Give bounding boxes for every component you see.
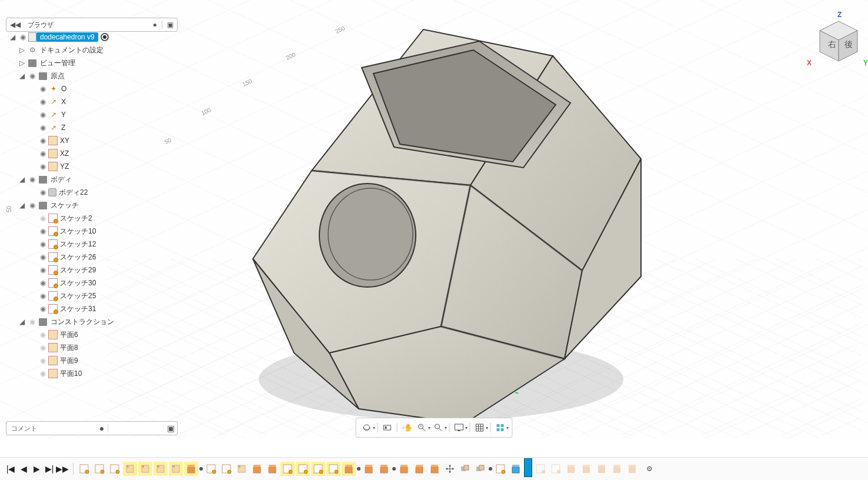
timeline-first-button[interactable]: |◀ [5, 463, 16, 475]
timeline-feature-sketch-d[interactable] [533, 462, 547, 476]
timeline-feature-sketch[interactable] [108, 462, 122, 476]
viewcube[interactable]: 右 後 Z X Y [815, 18, 862, 71]
tree-sketch-item[interactable]: ◉スケッチ12 [6, 238, 182, 251]
timeline-feature-extrude[interactable] [342, 462, 356, 476]
lookat-button[interactable] [380, 421, 395, 434]
browser-panel-header[interactable]: ◀◀ ブラウザ ● ▣ [6, 18, 178, 32]
viewport-layout-button[interactable] [493, 421, 508, 434]
tree-construction-group[interactable]: ◢ ◉ コンストラクション [6, 315, 182, 328]
expand-arrow-icon[interactable]: ◢ [16, 174, 27, 185]
browser-collapse-button[interactable]: ◀◀ [6, 21, 24, 29]
browser-pin-button[interactable]: ● [149, 21, 161, 29]
visibility-toggle-icon[interactable]: ◉ [38, 239, 48, 249]
timeline-feature-extrude-d[interactable] [625, 462, 639, 476]
timeline-feature-extrude[interactable] [250, 462, 264, 476]
timeline-feature-sketch[interactable] [311, 462, 325, 476]
timeline-feature-extrude[interactable] [184, 462, 198, 476]
visibility-toggle-icon[interactable]: ◉ [38, 291, 48, 301]
expand-arrow-icon[interactable]: ▷ [16, 45, 27, 55]
tree-view-mgmt[interactable]: ▷ ビュー管理 [6, 56, 182, 69]
timeline-prev-button[interactable]: ◀ [18, 463, 29, 475]
timeline-settings-button[interactable]: ⚙ [644, 464, 655, 474]
visibility-toggle-icon[interactable]: ◉ [38, 96, 48, 107]
visibility-toggle-icon[interactable]: ◉ [38, 122, 48, 133]
timeline-feature-sketch[interactable] [296, 462, 310, 476]
timeline-feature-extrude[interactable] [397, 462, 411, 476]
tree-construction-item[interactable]: ◉平面9 [6, 354, 182, 367]
visibility-toggle-icon[interactable]: ◉ [38, 213, 48, 224]
timeline-play-button[interactable]: ▶ [31, 463, 42, 475]
visibility-toggle-icon[interactable]: ◉ [38, 252, 48, 262]
visibility-toggle-icon[interactable]: ◉ [38, 226, 48, 236]
timeline-feature-extrude[interactable] [377, 462, 391, 476]
timeline-feature-extrude-blue[interactable] [509, 462, 523, 476]
tree-root[interactable]: ◢ ◉ dodecahedron v9 [6, 31, 182, 44]
expand-arrow-icon[interactable]: ▷ [16, 58, 27, 68]
visibility-toggle-icon[interactable]: ◉ [38, 109, 48, 120]
expand-arrow-icon[interactable]: ◢ [16, 316, 27, 327]
comment-expand-button[interactable]: ● [97, 424, 106, 433]
display-settings-button[interactable] [452, 421, 466, 434]
tree-sketch-item[interactable]: ◉スケッチ31 [6, 302, 182, 315]
timeline-feature-sketch[interactable] [77, 462, 91, 476]
tree-origin-item[interactable]: ◉YZ [6, 160, 182, 173]
tree-doc-settings[interactable]: ▷ ⚙ ドキュメントの設定 [6, 44, 182, 56]
timeline-last-button[interactable]: ▶▶ [56, 463, 68, 475]
tree-body-item[interactable]: ◉ボディ22 [6, 186, 182, 199]
tree-origin-group[interactable]: ◢ ◉ 原点 [6, 69, 182, 82]
tree-construction-item[interactable]: ◉平面6 [6, 328, 182, 341]
timeline-feature-sketch[interactable] [326, 462, 340, 476]
visibility-toggle-icon[interactable]: ◉ [38, 135, 48, 146]
expand-arrow-icon[interactable]: ◢ [16, 71, 27, 81]
tree-origin-item[interactable]: ◉✦O [6, 82, 182, 95]
timeline-feature-combine[interactable] [458, 462, 472, 476]
tree-sketch-item[interactable]: ◉スケッチ26 [6, 251, 182, 264]
timeline-feature-extrude-d[interactable] [564, 462, 578, 476]
grid-settings-button[interactable] [473, 421, 487, 434]
activate-radio-icon[interactable] [101, 33, 109, 41]
visibility-toggle-icon[interactable]: ◉ [27, 316, 38, 327]
visibility-toggle-icon[interactable]: ◉ [18, 32, 28, 42]
timeline-feature-extrude-d[interactable] [595, 462, 609, 476]
comment-close-button[interactable]: ▣ [165, 424, 177, 433]
timeline-feature-sketch-d[interactable] [549, 462, 563, 476]
visibility-toggle-icon[interactable]: ◉ [38, 187, 48, 198]
visibility-toggle-icon[interactable]: ◉ [38, 329, 48, 340]
browser-close-button[interactable]: ▣ [163, 21, 177, 29]
timeline-playhead[interactable] [524, 458, 532, 477]
timeline-feature-sketch[interactable] [92, 462, 106, 476]
timeline-feature-extrude[interactable] [362, 462, 376, 476]
expand-arrow-icon[interactable]: ◢ [16, 200, 27, 211]
comment-panel-header[interactable]: コメント ● ▣ [6, 421, 178, 435]
orbit-button[interactable] [360, 421, 374, 434]
pan-button[interactable]: ✋ [400, 421, 414, 434]
tree-construction-item[interactable]: ◉平面8 [6, 341, 182, 354]
tree-sketch-item[interactable]: ◉スケッチ25 [6, 289, 182, 302]
visibility-toggle-icon[interactable]: ◉ [27, 200, 38, 211]
timeline-feature-sketch[interactable] [493, 462, 508, 476]
tree-origin-item[interactable]: ◉↗Z [6, 121, 182, 134]
timeline-feature-plane[interactable] [123, 462, 137, 476]
visibility-toggle-icon[interactable]: ◉ [38, 148, 48, 159]
timeline-feature-move[interactable] [443, 462, 457, 476]
visibility-toggle-icon[interactable]: ◉ [38, 368, 48, 379]
tree-origin-item[interactable]: ◉↗Y [6, 108, 182, 121]
zoom-button[interactable]: + [415, 421, 429, 434]
tree-sketch-item[interactable]: ◉スケッチ29 [6, 264, 182, 276]
visibility-toggle-icon[interactable]: ◉ [27, 174, 38, 185]
tree-origin-item[interactable]: ◉XZ [6, 147, 182, 160]
tree-sketch-group[interactable]: ◢ ◉ スケッチ [6, 199, 182, 212]
visibility-toggle-icon[interactable]: ◉ [38, 161, 48, 172]
timeline-feature-extrude[interactable] [265, 462, 279, 476]
expand-arrow-icon[interactable]: ◢ [7, 32, 18, 42]
timeline-feature-sketch[interactable] [204, 462, 218, 476]
tree-bodies-group[interactable]: ◢ ◉ ボディ [6, 173, 182, 186]
tree-sketch-item[interactable]: ◉スケッチ2 [6, 212, 182, 225]
tree-origin-item[interactable]: ◉XY [6, 134, 182, 147]
timeline-feature-sketch[interactable] [281, 462, 295, 476]
visibility-toggle-icon[interactable]: ◉ [38, 355, 48, 366]
timeline-feature-plane[interactable] [169, 462, 183, 476]
tree-origin-item[interactable]: ◉↗X [6, 95, 182, 108]
tree-sketch-item[interactable]: ◉スケッチ30 [6, 276, 182, 289]
timeline-feature-sketch[interactable] [219, 462, 233, 476]
